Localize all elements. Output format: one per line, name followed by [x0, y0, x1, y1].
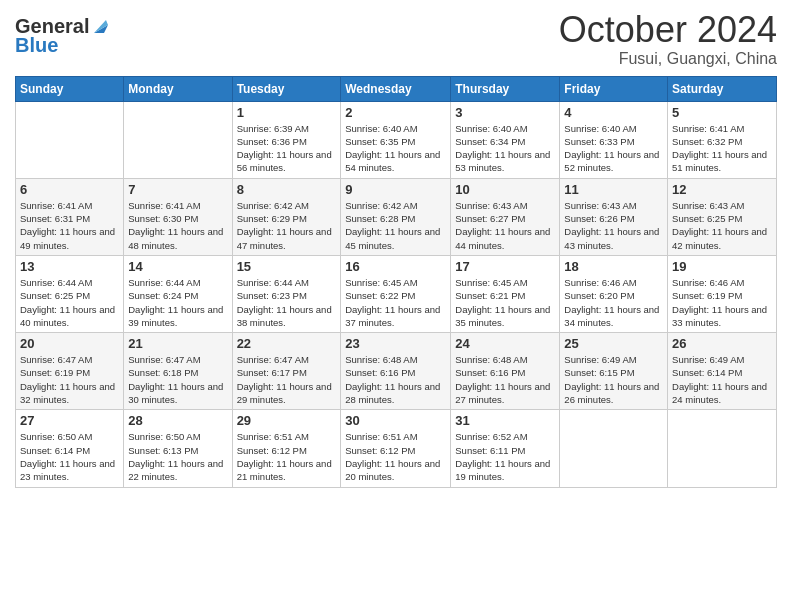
- day-number: 18: [564, 259, 663, 274]
- calendar-cell: 11Sunrise: 6:43 AM Sunset: 6:26 PM Dayli…: [560, 178, 668, 255]
- calendar-cell: 29Sunrise: 6:51 AM Sunset: 6:12 PM Dayli…: [232, 410, 341, 487]
- calendar-week-2: 6Sunrise: 6:41 AM Sunset: 6:31 PM Daylig…: [16, 178, 777, 255]
- day-info: Sunrise: 6:42 AM Sunset: 6:29 PM Dayligh…: [237, 199, 337, 252]
- day-info: Sunrise: 6:52 AM Sunset: 6:11 PM Dayligh…: [455, 430, 555, 483]
- calendar-cell: 6Sunrise: 6:41 AM Sunset: 6:31 PM Daylig…: [16, 178, 124, 255]
- calendar-cell: 10Sunrise: 6:43 AM Sunset: 6:27 PM Dayli…: [451, 178, 560, 255]
- day-info: Sunrise: 6:45 AM Sunset: 6:22 PM Dayligh…: [345, 276, 446, 329]
- calendar-cell: 8Sunrise: 6:42 AM Sunset: 6:29 PM Daylig…: [232, 178, 341, 255]
- calendar-cell: 5Sunrise: 6:41 AM Sunset: 6:32 PM Daylig…: [668, 101, 777, 178]
- calendar-cell: [560, 410, 668, 487]
- calendar-cell: 24Sunrise: 6:48 AM Sunset: 6:16 PM Dayli…: [451, 333, 560, 410]
- day-number: 22: [237, 336, 337, 351]
- calendar-cell: [16, 101, 124, 178]
- header-thursday: Thursday: [451, 76, 560, 101]
- day-info: Sunrise: 6:41 AM Sunset: 6:31 PM Dayligh…: [20, 199, 119, 252]
- calendar-cell: 18Sunrise: 6:46 AM Sunset: 6:20 PM Dayli…: [560, 255, 668, 332]
- calendar-cell: 28Sunrise: 6:50 AM Sunset: 6:13 PM Dayli…: [124, 410, 232, 487]
- day-number: 7: [128, 182, 227, 197]
- calendar-week-3: 13Sunrise: 6:44 AM Sunset: 6:25 PM Dayli…: [16, 255, 777, 332]
- day-number: 27: [20, 413, 119, 428]
- calendar-cell: 13Sunrise: 6:44 AM Sunset: 6:25 PM Dayli…: [16, 255, 124, 332]
- day-number: 6: [20, 182, 119, 197]
- calendar-cell: 14Sunrise: 6:44 AM Sunset: 6:24 PM Dayli…: [124, 255, 232, 332]
- day-info: Sunrise: 6:45 AM Sunset: 6:21 PM Dayligh…: [455, 276, 555, 329]
- day-number: 10: [455, 182, 555, 197]
- day-number: 3: [455, 105, 555, 120]
- day-number: 24: [455, 336, 555, 351]
- day-info: Sunrise: 6:40 AM Sunset: 6:35 PM Dayligh…: [345, 122, 446, 175]
- day-info: Sunrise: 6:41 AM Sunset: 6:32 PM Dayligh…: [672, 122, 772, 175]
- header-sunday: Sunday: [16, 76, 124, 101]
- day-info: Sunrise: 6:40 AM Sunset: 6:34 PM Dayligh…: [455, 122, 555, 175]
- day-number: 20: [20, 336, 119, 351]
- calendar-cell: 25Sunrise: 6:49 AM Sunset: 6:15 PM Dayli…: [560, 333, 668, 410]
- calendar-cell: 16Sunrise: 6:45 AM Sunset: 6:22 PM Dayli…: [341, 255, 451, 332]
- calendar-cell: 1Sunrise: 6:39 AM Sunset: 6:36 PM Daylig…: [232, 101, 341, 178]
- header-friday: Friday: [560, 76, 668, 101]
- calendar-cell: 15Sunrise: 6:44 AM Sunset: 6:23 PM Dayli…: [232, 255, 341, 332]
- day-number: 2: [345, 105, 446, 120]
- day-number: 8: [237, 182, 337, 197]
- day-info: Sunrise: 6:43 AM Sunset: 6:25 PM Dayligh…: [672, 199, 772, 252]
- day-info: Sunrise: 6:43 AM Sunset: 6:27 PM Dayligh…: [455, 199, 555, 252]
- day-info: Sunrise: 6:48 AM Sunset: 6:16 PM Dayligh…: [345, 353, 446, 406]
- logo: General Blue: [15, 15, 112, 57]
- day-info: Sunrise: 6:46 AM Sunset: 6:20 PM Dayligh…: [564, 276, 663, 329]
- day-info: Sunrise: 6:46 AM Sunset: 6:19 PM Dayligh…: [672, 276, 772, 329]
- calendar-week-4: 20Sunrise: 6:47 AM Sunset: 6:19 PM Dayli…: [16, 333, 777, 410]
- day-number: 17: [455, 259, 555, 274]
- day-number: 4: [564, 105, 663, 120]
- day-number: 30: [345, 413, 446, 428]
- day-number: 16: [345, 259, 446, 274]
- day-info: Sunrise: 6:42 AM Sunset: 6:28 PM Dayligh…: [345, 199, 446, 252]
- logo-icon: [90, 15, 112, 37]
- day-info: Sunrise: 6:47 AM Sunset: 6:17 PM Dayligh…: [237, 353, 337, 406]
- day-info: Sunrise: 6:44 AM Sunset: 6:23 PM Dayligh…: [237, 276, 337, 329]
- day-info: Sunrise: 6:50 AM Sunset: 6:13 PM Dayligh…: [128, 430, 227, 483]
- day-number: 28: [128, 413, 227, 428]
- calendar-cell: 3Sunrise: 6:40 AM Sunset: 6:34 PM Daylig…: [451, 101, 560, 178]
- day-number: 19: [672, 259, 772, 274]
- day-number: 15: [237, 259, 337, 274]
- day-info: Sunrise: 6:40 AM Sunset: 6:33 PM Dayligh…: [564, 122, 663, 175]
- day-info: Sunrise: 6:44 AM Sunset: 6:24 PM Dayligh…: [128, 276, 227, 329]
- calendar-location: Fusui, Guangxi, China: [559, 50, 777, 68]
- day-number: 5: [672, 105, 772, 120]
- day-number: 14: [128, 259, 227, 274]
- calendar-cell: 30Sunrise: 6:51 AM Sunset: 6:12 PM Dayli…: [341, 410, 451, 487]
- day-number: 26: [672, 336, 772, 351]
- day-number: 31: [455, 413, 555, 428]
- title-block: October 2024 Fusui, Guangxi, China: [559, 10, 777, 68]
- day-number: 23: [345, 336, 446, 351]
- day-number: 13: [20, 259, 119, 274]
- day-info: Sunrise: 6:44 AM Sunset: 6:25 PM Dayligh…: [20, 276, 119, 329]
- calendar-cell: 2Sunrise: 6:40 AM Sunset: 6:35 PM Daylig…: [341, 101, 451, 178]
- calendar-page: General Blue October 2024 Fusui, Guangxi…: [0, 0, 792, 612]
- day-info: Sunrise: 6:43 AM Sunset: 6:26 PM Dayligh…: [564, 199, 663, 252]
- day-info: Sunrise: 6:51 AM Sunset: 6:12 PM Dayligh…: [345, 430, 446, 483]
- day-info: Sunrise: 6:49 AM Sunset: 6:15 PM Dayligh…: [564, 353, 663, 406]
- calendar-cell: 27Sunrise: 6:50 AM Sunset: 6:14 PM Dayli…: [16, 410, 124, 487]
- calendar-cell: 4Sunrise: 6:40 AM Sunset: 6:33 PM Daylig…: [560, 101, 668, 178]
- calendar-cell: 20Sunrise: 6:47 AM Sunset: 6:19 PM Dayli…: [16, 333, 124, 410]
- calendar-cell: 23Sunrise: 6:48 AM Sunset: 6:16 PM Dayli…: [341, 333, 451, 410]
- header-saturday: Saturday: [668, 76, 777, 101]
- calendar-week-1: 1Sunrise: 6:39 AM Sunset: 6:36 PM Daylig…: [16, 101, 777, 178]
- day-number: 29: [237, 413, 337, 428]
- day-info: Sunrise: 6:47 AM Sunset: 6:18 PM Dayligh…: [128, 353, 227, 406]
- day-number: 1: [237, 105, 337, 120]
- calendar-cell: 7Sunrise: 6:41 AM Sunset: 6:30 PM Daylig…: [124, 178, 232, 255]
- day-info: Sunrise: 6:47 AM Sunset: 6:19 PM Dayligh…: [20, 353, 119, 406]
- weekday-header-row: Sunday Monday Tuesday Wednesday Thursday…: [16, 76, 777, 101]
- calendar-cell: 17Sunrise: 6:45 AM Sunset: 6:21 PM Dayli…: [451, 255, 560, 332]
- day-number: 11: [564, 182, 663, 197]
- calendar-cell: [124, 101, 232, 178]
- day-number: 12: [672, 182, 772, 197]
- header-wednesday: Wednesday: [341, 76, 451, 101]
- calendar-cell: 31Sunrise: 6:52 AM Sunset: 6:11 PM Dayli…: [451, 410, 560, 487]
- calendar-cell: 21Sunrise: 6:47 AM Sunset: 6:18 PM Dayli…: [124, 333, 232, 410]
- calendar-cell: [668, 410, 777, 487]
- calendar-cell: 22Sunrise: 6:47 AM Sunset: 6:17 PM Dayli…: [232, 333, 341, 410]
- header: General Blue October 2024 Fusui, Guangxi…: [15, 10, 777, 68]
